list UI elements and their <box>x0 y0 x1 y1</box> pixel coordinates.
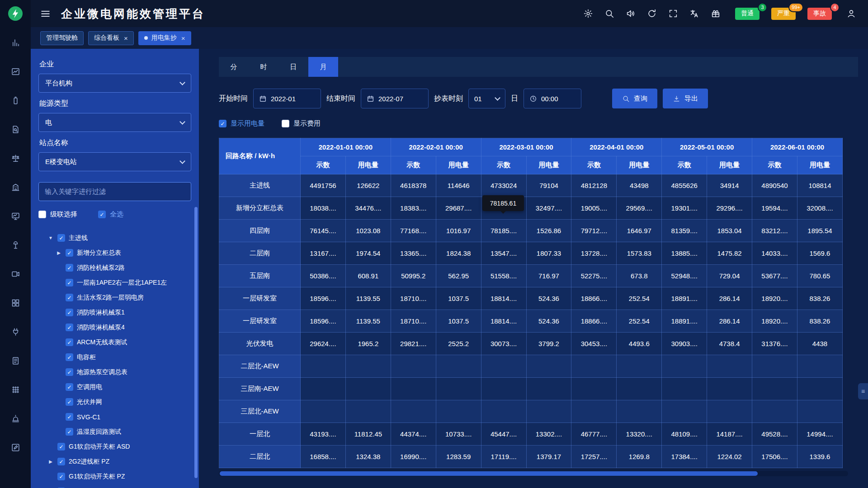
keypad-icon[interactable] <box>11 385 20 394</box>
gift-icon[interactable] <box>711 9 721 19</box>
tree-item[interactable]: 地源热泵空调总表 <box>38 365 191 380</box>
speaker-icon[interactable] <box>626 9 636 19</box>
translate-icon[interactable] <box>689 9 699 19</box>
tree-item[interactable]: 电容柜 <box>38 350 191 365</box>
tree-item[interactable]: ARCM无线表测试 <box>38 335 191 350</box>
file-search-icon[interactable] <box>11 125 20 134</box>
cascade-checkbox[interactable]: 级联选择 <box>38 210 77 219</box>
station-name-select[interactable]: E楼变电站 <box>38 152 191 171</box>
tree-item[interactable]: G1软启动开关柜 PZ <box>38 469 191 484</box>
tree-checkbox[interactable] <box>66 324 73 331</box>
enterprise-select[interactable]: 平台机构 <box>38 74 191 93</box>
cascade-checkbox-box[interactable] <box>38 211 46 218</box>
checkbox[interactable] <box>219 120 226 127</box>
refresh-icon[interactable] <box>647 9 657 19</box>
energy-type-select[interactable]: 电 <box>38 113 191 132</box>
tree-checkbox[interactable] <box>66 428 73 436</box>
tree-checkbox[interactable] <box>66 413 73 421</box>
street-lamp-icon[interactable] <box>11 240 20 250</box>
monitor-chart-icon[interactable] <box>11 211 20 221</box>
tree-item[interactable]: SVG-C1 <box>38 409 191 424</box>
balance-icon[interactable] <box>11 154 20 163</box>
end-date-input[interactable]: 2022-07 <box>361 89 429 108</box>
alarm-badge-普通[interactable]: 普通3 <box>735 8 760 20</box>
tree-item[interactable]: ▶EC演示箱 <box>38 484 191 488</box>
checkbox[interactable] <box>282 120 289 127</box>
granularity-tab-分[interactable]: 分 <box>219 57 249 77</box>
app-logo[interactable] <box>0 0 31 27</box>
tree-item[interactable]: 温湿度回路测试 <box>38 424 191 439</box>
battery-icon[interactable] <box>11 96 20 105</box>
plug-icon[interactable] <box>11 327 20 337</box>
meter-clock-input[interactable]: 00:00 <box>524 89 581 108</box>
search-icon[interactable] <box>604 9 614 19</box>
display-option-显示费用[interactable]: 显示费用 <box>282 119 321 128</box>
display-option-显示用电量[interactable]: 显示用电量 <box>219 119 264 128</box>
tree-item[interactable]: ▼主进线 <box>38 230 191 245</box>
query-button[interactable]: 查询 <box>612 89 657 108</box>
tab-用电集抄[interactable]: 用电集抄× <box>138 31 191 45</box>
report-icon[interactable] <box>11 356 20 366</box>
close-tab-icon[interactable]: × <box>124 34 128 42</box>
alarm-badge-严重[interactable]: 严重99+ <box>771 8 796 20</box>
panel-scrollbar[interactable] <box>194 207 198 478</box>
tree-checkbox[interactable] <box>66 294 73 301</box>
gear-icon[interactable] <box>583 9 593 19</box>
drawer-handle[interactable]: ≡ <box>858 383 868 399</box>
tree-checkbox[interactable] <box>57 473 65 480</box>
tree-checkbox[interactable] <box>66 249 73 257</box>
granularity-tab-月[interactable]: 月 <box>308 57 338 77</box>
alarm-badge-事故[interactable]: 事故4 <box>807 8 832 20</box>
building-icon[interactable] <box>11 183 20 192</box>
export-button[interactable]: 导出 <box>663 89 708 108</box>
video-icon[interactable] <box>11 269 20 279</box>
tree-checkbox[interactable] <box>66 353 73 361</box>
tree-item[interactable]: 空调用电 <box>38 380 191 394</box>
bar-chart-icon[interactable] <box>11 38 20 47</box>
collapse-icon[interactable]: ▼ <box>47 235 54 240</box>
tree-filter-input[interactable]: 输入关键字进行过滤 <box>38 182 191 201</box>
trend-chart-icon[interactable] <box>11 67 20 76</box>
tab-综合看板[interactable]: 综合看板× <box>88 31 134 45</box>
tab-管理驾驶舱[interactable]: 管理驾驶舱 <box>40 31 84 45</box>
start-date-input[interactable]: 2022-01 <box>253 89 321 108</box>
tree-checkbox[interactable] <box>57 443 65 450</box>
tree-item[interactable]: 消防栓机械泵2路 <box>38 260 191 275</box>
tree-item[interactable]: 消防喷淋机械泵1 <box>38 305 191 320</box>
horizontal-scrollbar-thumb[interactable] <box>220 471 758 476</box>
edit-icon[interactable] <box>11 443 20 452</box>
tree-checkbox[interactable] <box>57 458 65 465</box>
tree-item[interactable]: ▶新增分立柜总表 <box>38 245 191 260</box>
tree-checkbox[interactable] <box>66 264 73 272</box>
meter-day-select[interactable]: 01 <box>468 89 505 108</box>
tree-item[interactable]: 光伏并网 <box>38 394 191 409</box>
value-cell: 4733024 <box>481 174 526 197</box>
tree-checkbox[interactable] <box>66 398 73 406</box>
tree-checkbox[interactable] <box>66 279 73 286</box>
granularity-tab-时[interactable]: 时 <box>249 57 278 77</box>
grid-icon[interactable] <box>11 298 20 308</box>
filter-panel: 企业 平台机构 能源类型 电 站点名称 E楼变电站 <box>31 49 199 488</box>
tree-item[interactable]: G1软启动开关柜 ASD <box>38 439 191 454</box>
granularity-tab-日[interactable]: 日 <box>278 57 308 77</box>
select-all-checkbox[interactable]: 全选 <box>98 210 123 219</box>
alarm-lamp-icon[interactable] <box>11 414 20 423</box>
expand-icon[interactable]: ▶ <box>56 250 62 255</box>
expand-icon[interactable]: ▶ <box>47 459 54 464</box>
horizontal-scrollbar[interactable] <box>219 471 848 476</box>
tree-item[interactable]: 消防喷淋机械泵4 <box>38 320 191 335</box>
value-cell: 252.54 <box>617 310 662 333</box>
tree-checkbox[interactable] <box>66 309 73 316</box>
tree-item[interactable]: ▶2G2进线柜 PZ <box>38 454 191 469</box>
tree-checkbox[interactable] <box>66 368 73 376</box>
close-tab-icon[interactable]: × <box>181 34 185 42</box>
user-icon[interactable] <box>846 9 856 19</box>
fullscreen-icon[interactable] <box>668 9 678 19</box>
tree-checkbox[interactable] <box>66 338 73 346</box>
tree-checkbox[interactable] <box>66 383 73 391</box>
select-all-checkbox-box[interactable] <box>98 211 106 218</box>
tree-item[interactable]: 一层南1APE2右一层北1APE1左 <box>38 275 191 290</box>
tree-checkbox[interactable] <box>57 234 65 242</box>
tree-item[interactable]: 生活水泵2路一层弱电房 <box>38 290 191 305</box>
sidebar-collapse-icon[interactable] <box>40 8 51 19</box>
